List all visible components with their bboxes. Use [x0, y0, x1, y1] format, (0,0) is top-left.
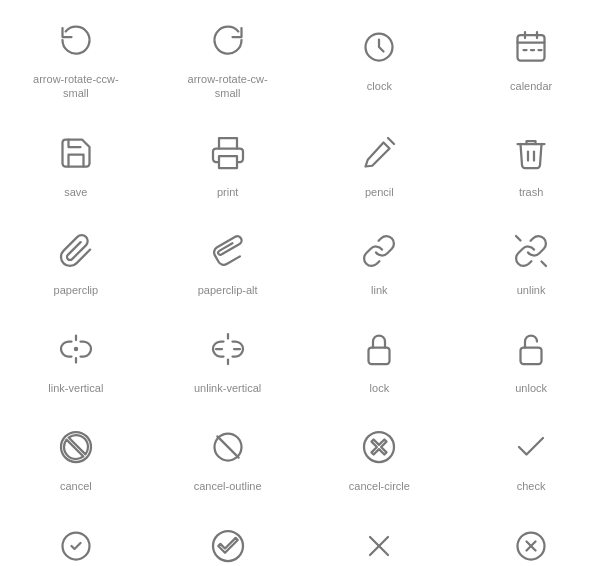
icon-cell-save: save	[0, 113, 152, 211]
icon-cell-link-vertical: link-vertical	[0, 309, 152, 407]
svg-rect-1	[518, 35, 545, 61]
icon-cell-check: check	[455, 407, 607, 505]
save-label: save	[64, 185, 87, 199]
check-outline-icon	[52, 522, 100, 566]
cancel-label: cancel	[60, 479, 92, 493]
arrow-rotate-ccw-small-icon	[52, 16, 100, 64]
arrow-rotate-cw-small-icon	[204, 16, 252, 64]
cancel-icon	[52, 423, 100, 471]
paperclip-alt-label: paperclip-alt	[198, 283, 258, 297]
pencil-icon	[355, 129, 403, 177]
icon-cell-cancel-circle: cancel-circle	[304, 407, 456, 505]
check-label: check	[517, 479, 546, 493]
pencil-label: pencil	[365, 185, 394, 199]
cancel-outline-icon	[204, 423, 252, 471]
paperclip-label: paperclip	[54, 283, 99, 297]
link-vertical-label: link-vertical	[48, 381, 103, 395]
icon-cell-unlock: unlock	[455, 309, 607, 407]
unlock-label: unlock	[515, 381, 547, 395]
icon-grid: arrow-rotate-ccw- smallarrow-rotate-cw- …	[0, 0, 607, 566]
icon-cell-pencil: pencil	[304, 113, 456, 211]
icon-cell-calendar: calendar	[455, 0, 607, 113]
icon-cell-paperclip-alt: paperclip-alt	[152, 211, 304, 309]
clock-icon	[355, 23, 403, 71]
svg-line-20	[217, 437, 238, 458]
svg-line-9	[388, 138, 394, 144]
icon-cell-cancel-outline: cancel-outline	[152, 407, 304, 505]
paperclip-alt-icon	[204, 227, 252, 275]
calendar-icon	[507, 23, 555, 71]
unlink-label: unlink	[517, 283, 546, 297]
paperclip-icon	[52, 227, 100, 275]
link-label: link	[371, 283, 388, 297]
icon-cell-unlink: unlink	[455, 211, 607, 309]
lock-label: lock	[370, 381, 390, 395]
icon-cell-arrow-rotate-ccw-small: arrow-rotate-ccw- small	[0, 0, 152, 113]
save-icon	[52, 129, 100, 177]
icon-cell-arrow-rotate-cw-small: arrow-rotate-cw- small	[152, 0, 304, 113]
icon-cell-print: print	[152, 113, 304, 211]
x-outline-icon	[507, 522, 555, 566]
svg-rect-18	[521, 348, 542, 365]
svg-line-11	[542, 261, 547, 266]
cancel-circle-icon	[355, 423, 403, 471]
x-icon	[355, 522, 403, 566]
print-icon	[204, 129, 252, 177]
icon-cell-lock: lock	[304, 309, 456, 407]
calendar-label: calendar	[510, 79, 552, 93]
clock-label: clock	[367, 79, 392, 93]
cancel-circle-label: cancel-circle	[349, 479, 410, 493]
icon-cell-check-outline: check-outline	[0, 506, 152, 566]
icon-cell-cancel: cancel	[0, 407, 152, 505]
icon-cell-paperclip: paperclip	[0, 211, 152, 309]
icon-cell-link: link	[304, 211, 456, 309]
unlock-icon	[507, 325, 555, 373]
icon-cell-unlink-vertical: unlink-vertical	[152, 309, 304, 407]
icon-cell-trash: trash	[455, 113, 607, 211]
link-icon	[355, 227, 403, 275]
arrow-rotate-cw-small-label: arrow-rotate-cw- small	[188, 72, 268, 101]
unlink-vertical-label: unlink-vertical	[194, 381, 261, 395]
trash-icon	[507, 129, 555, 177]
unlink-vertical-icon	[204, 325, 252, 373]
print-label: print	[217, 185, 238, 199]
trash-label: trash	[519, 185, 543, 199]
icon-cell-x: x	[304, 506, 456, 566]
svg-rect-8	[219, 156, 237, 168]
icon-cell-clock: clock	[304, 0, 456, 113]
svg-rect-17	[369, 348, 390, 365]
lock-icon	[355, 325, 403, 373]
check-icon	[507, 423, 555, 471]
icon-cell-check-circle: check-circle	[152, 506, 304, 566]
icon-cell-x-outline: x-outline	[455, 506, 607, 566]
link-vertical-icon	[52, 325, 100, 373]
unlink-icon	[507, 227, 555, 275]
arrow-rotate-ccw-small-label: arrow-rotate-ccw- small	[33, 72, 119, 101]
svg-line-10	[516, 236, 521, 241]
check-circle-icon	[204, 522, 252, 566]
cancel-outline-label: cancel-outline	[194, 479, 262, 493]
